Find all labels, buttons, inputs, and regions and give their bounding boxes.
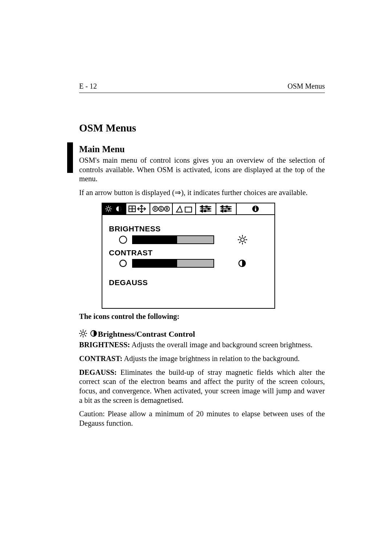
svg-rect-21 bbox=[185, 207, 192, 212]
degauss-label: DEGAUSS bbox=[109, 278, 268, 287]
svg-line-48 bbox=[245, 242, 246, 243]
brightness-label: BRIGHTNESS bbox=[109, 224, 268, 233]
svg-marker-30 bbox=[221, 206, 223, 208]
osm-tab-brightness-contrast[interactable] bbox=[102, 203, 126, 214]
svg-point-42 bbox=[241, 238, 244, 242]
page-number: E - 12 bbox=[79, 82, 97, 90]
degauss-caution: Caution: Please allow a minimum of 20 mi… bbox=[79, 409, 325, 428]
svg-marker-33 bbox=[221, 210, 223, 212]
osm-menu-screenshot: R G B bbox=[102, 203, 275, 309]
margin-tab bbox=[67, 142, 73, 173]
sun-outline-icon bbox=[79, 329, 87, 337]
osm-tab-rgb[interactable]: R G B bbox=[150, 203, 173, 214]
svg-line-6 bbox=[110, 210, 111, 211]
svg-line-47 bbox=[239, 236, 241, 238]
svg-text:G: G bbox=[160, 207, 163, 211]
svg-rect-40 bbox=[255, 208, 256, 211]
svg-point-53 bbox=[82, 332, 85, 335]
svg-line-7 bbox=[110, 206, 111, 207]
tools-icon bbox=[199, 205, 213, 213]
svg-line-59 bbox=[85, 335, 86, 336]
svg-point-0 bbox=[107, 207, 110, 210]
contrast-circle-icon bbox=[90, 330, 97, 337]
svg-rect-27 bbox=[205, 206, 208, 208]
header-section: OSM Menus bbox=[287, 82, 325, 90]
svg-rect-29 bbox=[204, 210, 206, 212]
svg-line-5 bbox=[106, 206, 107, 207]
svg-line-60 bbox=[85, 331, 86, 332]
subtitle-main-menu: Main Menu bbox=[79, 144, 325, 154]
osm-tab-size-position[interactable] bbox=[126, 203, 150, 214]
figure-caption: The icons control the following: bbox=[79, 312, 325, 321]
osm-tab-tools-2[interactable] bbox=[216, 203, 237, 214]
geometry-icon bbox=[175, 205, 193, 213]
svg-marker-22 bbox=[200, 206, 203, 208]
svg-point-39 bbox=[255, 206, 256, 208]
osm-tab-info[interactable] bbox=[237, 203, 274, 214]
circle-outline-icon bbox=[118, 259, 128, 268]
tools-2-icon bbox=[219, 205, 233, 213]
svg-line-61 bbox=[80, 335, 81, 336]
svg-point-51 bbox=[120, 260, 126, 267]
sun-icon bbox=[237, 235, 248, 245]
svg-rect-28 bbox=[208, 208, 210, 210]
osm-tab-geometry[interactable] bbox=[173, 203, 196, 214]
svg-line-8 bbox=[106, 210, 107, 211]
page-title: OSM Menus bbox=[79, 122, 325, 134]
contrast-label: CONTRAST bbox=[109, 248, 268, 257]
svg-line-58 bbox=[80, 331, 81, 332]
intro-paragraph-1: OSM's main menu of control icons gives y… bbox=[79, 156, 325, 184]
brightness-contrast-icon bbox=[104, 205, 124, 212]
svg-text:R: R bbox=[154, 207, 157, 211]
intro-paragraph-2: If an arrow button is displayed (⇒), it … bbox=[79, 188, 325, 198]
svg-line-50 bbox=[239, 242, 241, 243]
contrast-description: CONTRAST: Adjusts the image brightness i… bbox=[79, 354, 325, 364]
info-icon bbox=[252, 205, 260, 213]
svg-marker-25 bbox=[200, 210, 203, 212]
contrast-slider[interactable] bbox=[132, 259, 214, 268]
brightness-description: BRIGHTNESS: Adjusts the overall image an… bbox=[79, 340, 325, 350]
svg-line-49 bbox=[245, 236, 246, 238]
osm-body: BRIGHTNESS bbox=[102, 215, 274, 308]
brightness-contrast-heading: Brightness/Contrast Control bbox=[79, 329, 325, 340]
half-circle-icon bbox=[237, 259, 247, 268]
svg-text:B: B bbox=[166, 207, 168, 211]
moon-icon bbox=[118, 235, 128, 244]
osm-tab-tools-1[interactable] bbox=[196, 203, 216, 214]
osm-tab-row: R G B bbox=[102, 203, 274, 215]
contrast-row bbox=[109, 259, 268, 268]
brightness-row bbox=[109, 235, 268, 245]
svg-rect-36 bbox=[228, 208, 230, 210]
svg-rect-35 bbox=[226, 206, 228, 208]
page-header: E - 12 OSM Menus bbox=[79, 82, 325, 93]
rgb-icon: R G B bbox=[152, 205, 170, 212]
degauss-description: DEGAUSS: Eliminates the build-up of stra… bbox=[79, 368, 325, 405]
svg-rect-37 bbox=[224, 210, 226, 212]
arrow-symbol: ⇒ bbox=[175, 189, 181, 197]
brightness-slider[interactable] bbox=[132, 235, 214, 244]
svg-point-41 bbox=[119, 236, 127, 243]
size-position-icon bbox=[128, 205, 148, 213]
